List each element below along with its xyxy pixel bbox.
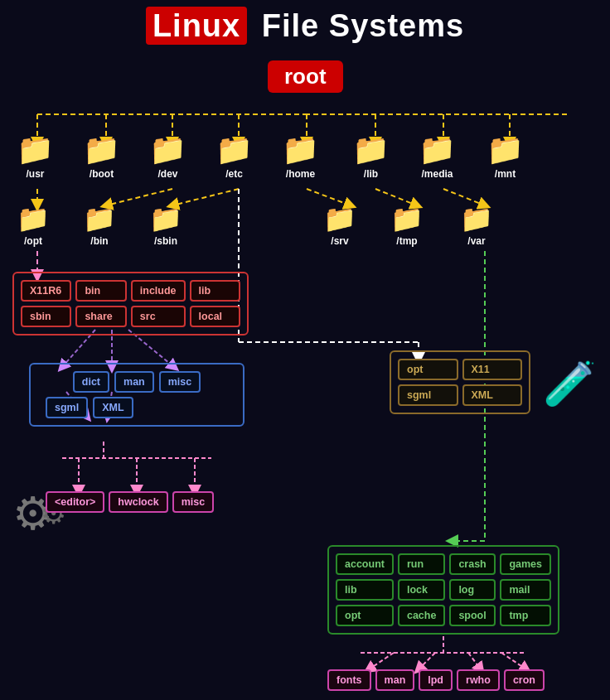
share-row2: sgml XML [37, 397, 236, 418]
folder-icon-boot: 📁 [83, 135, 120, 165]
hwclock-tag: hwclock [109, 491, 167, 513]
etc-box: opt X11 sgml XML [390, 350, 530, 414]
folder-icon-media: 📁 [419, 135, 456, 165]
folder-media: 📁 /media [419, 135, 456, 180]
folder-var: 📁 /var [460, 205, 493, 247]
folder-icon-bin: 📁 [83, 205, 116, 232]
title-rest: File Systems [262, 8, 464, 43]
usr-box: X11R6 bin include lib sbin share src loc… [12, 272, 249, 336]
var-mail: mail [500, 579, 551, 601]
var-spool: spool [449, 605, 496, 626]
usr-item-local: local [190, 306, 240, 327]
folder-label-mnt: /mnt [495, 168, 516, 180]
svg-line-13 [307, 189, 351, 205]
svg-line-32 [501, 653, 526, 669]
flask-area: 🧪 [543, 359, 597, 409]
folder-label-srv: /srv [331, 235, 348, 247]
svg-line-15 [443, 189, 485, 205]
var-sub-row: fonts man lpd rwho cron [327, 669, 545, 691]
folder-icon-lib: 📁 [352, 135, 390, 165]
folder-icon-etc: 📁 [215, 135, 253, 165]
folder-tmp: 📁 /tmp [390, 205, 424, 247]
folder-icon-var: 📁 [460, 205, 493, 232]
svg-line-30 [419, 653, 435, 669]
usr-item-src: src [131, 306, 186, 327]
rwho-tag: rwho [457, 669, 500, 691]
folder-label-sbin: /sbin [154, 235, 177, 247]
folder-srv: 📁 /srv [323, 205, 356, 247]
editor-tag: <editor> [46, 491, 104, 513]
folder-label-var: /var [467, 235, 485, 247]
var-tmp: tmp [500, 605, 551, 626]
var-log: log [449, 579, 496, 601]
share-box: dict man misc sgml XML [29, 363, 244, 427]
usr-item-X11R6: X11R6 [21, 280, 71, 302]
svg-line-14 [375, 189, 417, 205]
usr-item-include: include [131, 280, 186, 302]
flask-icon: 🧪 [543, 360, 597, 408]
folder-usr: 📁 /usr [17, 135, 54, 180]
folder-label-boot: /boot [90, 168, 114, 180]
etc-item-X11: X11 [462, 359, 523, 380]
folder-boot: 📁 /boot [83, 135, 120, 180]
folder-opt: 📁 /opt [17, 205, 50, 247]
folder-mnt: 📁 /mnt [487, 135, 524, 180]
share-item-sgml: sgml [46, 397, 88, 418]
var-lib: lib [336, 579, 394, 601]
folder-label-etc: /etc [225, 168, 243, 180]
folder-icon-tmp: 📁 [390, 205, 424, 232]
man-tag: man [375, 669, 415, 691]
page-container: Linux File Systems [0, 0, 610, 700]
diagram-area: root 📁 /usr 📁 /boot 📁 /dev 📁 /etc 📁 /hom… [12, 52, 598, 698]
root-badge: root [268, 60, 343, 93]
folder-icon-sbin: 📁 [149, 205, 182, 232]
cron-tag: cron [504, 669, 545, 691]
usr-item-sbin: sbin [21, 306, 71, 327]
var-cache: cache [398, 605, 445, 626]
etc-box-grid: opt X11 sgml XML [398, 359, 522, 406]
folder-icon-mnt: 📁 [487, 135, 524, 165]
share-item-man: man [114, 371, 154, 393]
usr-box-grid: X11R6 bin include lib sbin share src loc… [21, 280, 240, 327]
share-row1: dict man misc [37, 371, 236, 393]
root-node: root [268, 60, 343, 93]
usr-item-lib: lib [190, 280, 240, 302]
usr-item-bin: bin [75, 280, 126, 302]
folder-label-dev: /dev [157, 168, 177, 180]
usr-item-share: share [75, 306, 126, 327]
var-box: account run crash games lib lock log mai… [327, 545, 559, 635]
var-box-grid: account run crash games lib lock log mai… [336, 553, 551, 626]
folder-label-usr: /usr [26, 168, 44, 180]
share-box-content: dict man misc sgml XML [37, 371, 236, 418]
svg-line-11 [106, 189, 172, 205]
folder-lib: 📁 /lib [352, 135, 390, 180]
var-games: games [500, 553, 551, 575]
etc-item-XML: XML [462, 384, 523, 406]
folder-home: 📁 /home [282, 135, 319, 180]
folder-label-bin: /bin [90, 235, 108, 247]
var-run: run [398, 553, 445, 575]
misc-tag: misc [172, 491, 215, 513]
folder-icon-dev: 📁 [149, 135, 186, 165]
etc-item-sgml: sgml [398, 384, 458, 406]
svg-line-12 [172, 189, 239, 205]
folder-icon-opt: 📁 [17, 205, 50, 232]
folder-dev: 📁 /dev [149, 135, 186, 180]
title-linux: Linux [146, 7, 247, 45]
title-section: Linux File Systems [12, 8, 598, 44]
etc-item-opt: opt [398, 359, 458, 380]
folder-label-lib: /lib [364, 168, 378, 180]
var-crash: crash [449, 553, 496, 575]
folder-label-opt: /opt [24, 235, 42, 247]
svg-line-29 [369, 653, 394, 669]
folder-bin: 📁 /bin [83, 205, 116, 247]
svg-line-31 [468, 653, 481, 669]
page-title: Linux File Systems [146, 8, 464, 43]
folder-icon-usr: 📁 [17, 135, 54, 165]
lpd-tag: lpd [419, 669, 453, 691]
fonts-tag: fonts [327, 669, 371, 691]
folder-icon-home: 📁 [282, 135, 319, 165]
editor-row: <editor> hwclock misc [46, 491, 214, 513]
var-opt: opt [336, 605, 394, 626]
var-lock: lock [398, 579, 445, 601]
